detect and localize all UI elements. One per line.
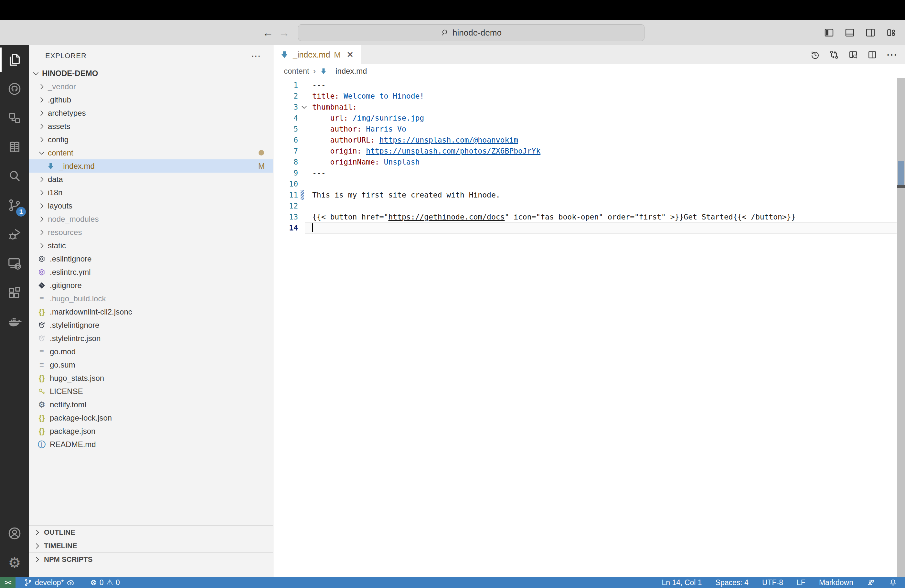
code-line-6[interactable]: 6 authorURL: https://unsplash.com/@hoanv… — [273, 135, 905, 145]
section-outline[interactable]: OUTLINE — [29, 525, 273, 539]
activity-item-source-control-icon[interactable]: 1 — [0, 191, 29, 220]
code-line-2[interactable]: 2title: Welcome to Hinode! — [273, 91, 905, 102]
status-bar: >< develop* ⊗ 0 ⚠ 0 Ln 14, Col 1Spaces: … — [0, 577, 905, 588]
tree-file-.stylelintignore[interactable]: .stylelintignore — [29, 318, 273, 332]
navigate-back-icon[interactable]: ← — [262, 20, 273, 45]
activity-item-remote-explorer-icon[interactable] — [0, 249, 29, 278]
activity-item-explorer-icon[interactable] — [0, 45, 29, 74]
code-line-9[interactable]: 9--- — [273, 167, 905, 178]
editor-scrollbar[interactable] — [897, 78, 905, 577]
tree-folder-archetypes[interactable]: archetypes — [29, 106, 273, 119]
split-editor-icon[interactable] — [867, 50, 877, 60]
tree-file-.markdownlint-cli2.jsonc[interactable]: {}.markdownlint-cli2.jsonc — [29, 305, 273, 318]
tree-folder-.github[interactable]: .github — [29, 93, 273, 106]
section-npm-scripts[interactable]: NPM SCRIPTS — [29, 553, 273, 566]
tree-folder-i18n[interactable]: i18n — [29, 186, 273, 199]
editor-group: _index.md M ✕ ⋯ content › _index.md 1---… — [273, 45, 905, 577]
tree-file-README.md[interactable]: ⓘREADME.md — [29, 438, 273, 451]
lines-glyph-icon: ≡ — [37, 294, 46, 304]
command-center-search[interactable]: hinode-demo — [298, 24, 645, 41]
open-changes-icon[interactable] — [829, 50, 839, 60]
code-line-7[interactable]: 7 origin: https://unsplash.com/photos/ZX… — [273, 145, 905, 156]
activity-item-settings-icon[interactable]: ⚙ — [0, 548, 29, 577]
breadcrumb[interactable]: content › _index.md — [273, 64, 905, 78]
activity-item-docker-icon[interactable] — [0, 307, 29, 336]
code-line-10[interactable]: 10 — [273, 178, 905, 189]
status-item[interactable]: LF — [797, 578, 805, 587]
code-line-5[interactable]: 5 author: Harris Vo — [273, 124, 905, 135]
braces-glyph-icon: {} — [37, 307, 46, 317]
tree-file-.gitignore[interactable]: .gitignore — [29, 279, 273, 292]
open-timeline-icon[interactable] — [810, 50, 820, 60]
navigate-forward-icon[interactable]: → — [279, 20, 290, 45]
code-line-1[interactable]: 1--- — [273, 79, 905, 91]
tree-file-.stylelintrc.json[interactable]: .stylelintrc.json — [29, 332, 273, 345]
feedback-icon[interactable] — [867, 578, 875, 587]
status-item[interactable]: Ln 14, Col 1 — [662, 578, 702, 587]
fold-chevron-icon[interactable] — [300, 103, 308, 111]
code-line-12[interactable]: 12 — [273, 200, 905, 211]
problems-item[interactable]: ⊗ 0 ⚠ 0 — [90, 578, 120, 587]
tree-folder-assets[interactable]: assets — [29, 119, 273, 133]
code-line-14[interactable]: 14 — [273, 222, 905, 234]
tree-file-netlify.toml[interactable]: ⚙netlify.toml — [29, 398, 273, 411]
tree-file-LICENSE[interactable]: LICENSE — [29, 385, 273, 398]
tree-file-_index.md[interactable]: _index.mdM — [29, 159, 273, 173]
tree-folder-_vendor[interactable]: _vendor — [29, 80, 273, 93]
tree-folder-node_modules[interactable]: node_modules — [29, 212, 273, 226]
close-tab-icon[interactable]: ✕ — [346, 50, 354, 60]
code-line-4[interactable]: 4 url: /img/sunrise.jpg — [273, 113, 905, 124]
more-actions-icon[interactable]: ⋯ — [886, 48, 897, 61]
branch-label: develop* — [35, 578, 64, 587]
open-preview-icon[interactable] — [848, 50, 858, 60]
toggle-panel-icon[interactable] — [844, 27, 855, 38]
top-black-bar — [0, 0, 905, 20]
status-item[interactable]: Markdown — [819, 578, 853, 587]
activity-item-accounts-icon[interactable] — [0, 519, 29, 548]
code-line-13[interactable]: 13{{< button href="https://gethinode.com… — [273, 211, 905, 222]
section-timeline[interactable]: TIMELINE — [29, 539, 273, 553]
tree-folder-data[interactable]: data — [29, 173, 273, 186]
code-area[interactable]: 1---2title: Welcome to Hinode!3thumbnail… — [273, 79, 905, 234]
breadcrumb-file[interactable]: _index.md — [331, 67, 367, 76]
code-line-11[interactable]: 11This is my first site created with Hin… — [273, 189, 905, 200]
notifications-bell-icon[interactable] — [889, 578, 897, 587]
tree-file-hugo_stats.json[interactable]: {}hugo_stats.json — [29, 372, 273, 385]
toggle-secondary-sidebar-icon[interactable] — [865, 27, 876, 38]
activity-item-references-icon[interactable] — [0, 103, 29, 132]
breadcrumb-folder[interactable]: content — [284, 67, 309, 76]
tree-file-.hugo_build.lock[interactable]: ≡.hugo_build.lock — [29, 292, 273, 305]
tree-file-.eslintrc.yml[interactable]: .eslintrc.yml — [29, 265, 273, 279]
tree-file-go.mod[interactable]: ≡go.mod — [29, 345, 273, 358]
sync-cloud-icon[interactable] — [67, 578, 75, 587]
code-line-8[interactable]: 8 originName: Unsplash — [273, 156, 905, 167]
explorer-sidebar: EXPLORER ⋯ HINODE-DEMO_vendor.githubarch… — [29, 45, 273, 577]
tree-file-go.sum[interactable]: ≡go.sum — [29, 358, 273, 372]
status-item[interactable]: Spaces: 4 — [716, 578, 749, 587]
toggle-primary-sidebar-icon[interactable] — [824, 27, 835, 38]
git-branch-item[interactable]: develop* — [24, 578, 75, 587]
activity-item-extensions-icon[interactable] — [0, 278, 29, 307]
more-actions-icon[interactable]: ⋯ — [251, 54, 261, 57]
activity-item-github-icon[interactable] — [0, 74, 29, 103]
status-item[interactable]: UTF-8 — [762, 578, 783, 587]
tree-file-package-lock.json[interactable]: {}package-lock.json — [29, 411, 273, 424]
activity-item-search-icon[interactable] — [0, 162, 29, 191]
tree-folder-resources[interactable]: resources — [29, 226, 273, 239]
tree-file-package.json[interactable]: {}package.json — [29, 424, 273, 438]
activity-item-run-debug-icon[interactable] — [0, 220, 29, 249]
tree-folder-static[interactable]: static — [29, 239, 273, 252]
remote-indicator[interactable]: >< — [0, 577, 16, 588]
tab-index-md[interactable]: _index.md M ✕ — [273, 45, 361, 64]
tree-file-.eslintignore[interactable]: .eslintignore — [29, 252, 273, 265]
tree-item-label: layouts — [48, 201, 72, 210]
tree-folder-config[interactable]: config — [29, 133, 273, 146]
tree-folder-layouts[interactable]: layouts — [29, 199, 273, 212]
activity-item-docs-icon[interactable] — [0, 132, 29, 162]
tree-item-label: .stylelintrc.json — [50, 334, 100, 343]
tree-item-label: go.sum — [50, 361, 75, 369]
tree-root[interactable]: HINODE-DEMO — [29, 67, 273, 80]
code-line-3[interactable]: 3thumbnail: — [273, 102, 905, 113]
customize-layout-icon[interactable] — [886, 27, 897, 38]
tree-folder-content[interactable]: content — [29, 146, 273, 159]
